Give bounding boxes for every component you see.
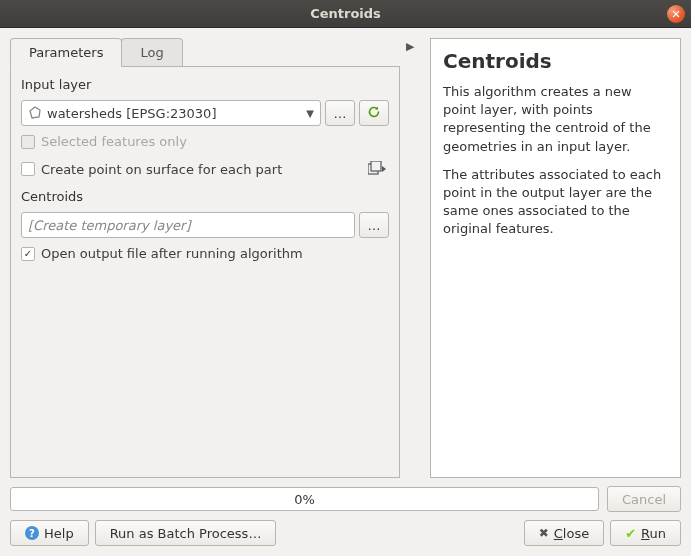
ellipsis-icon: … bbox=[334, 106, 347, 121]
button-row: ? Help Run as Batch Process… ✖ Close ✔ R… bbox=[10, 520, 681, 546]
tab-bar: Parameters Log bbox=[10, 38, 400, 67]
input-layer-browse-button[interactable]: … bbox=[325, 100, 355, 126]
left-pane: Parameters Log Input layer watersheds [E… bbox=[10, 38, 400, 478]
ellipsis-icon: … bbox=[368, 218, 381, 233]
cancel-button: Cancel bbox=[607, 486, 681, 512]
output-layer-input[interactable]: [Create temporary layer] bbox=[21, 212, 355, 238]
cancel-x-icon: ✖ bbox=[539, 526, 549, 540]
help-panel: Centroids This algorithm creates a new p… bbox=[430, 38, 681, 478]
parameters-panel: Input layer watersheds [EPSG:23030] ▼ … bbox=[10, 67, 400, 478]
help-icon: ? bbox=[25, 526, 39, 540]
close-button-label: Close bbox=[554, 526, 589, 541]
help-title: Centroids bbox=[443, 49, 668, 73]
window-title: Centroids bbox=[310, 6, 381, 21]
window-body: Parameters Log Input layer watersheds [E… bbox=[0, 28, 691, 556]
svg-marker-0 bbox=[30, 107, 40, 118]
open-after-label: Open output file after running algorithm bbox=[41, 246, 303, 261]
batch-button[interactable]: Run as Batch Process… bbox=[95, 520, 277, 546]
input-layer-combo[interactable]: watersheds [EPSG:23030] ▼ bbox=[21, 100, 321, 126]
check-icon: ✔ bbox=[625, 526, 636, 541]
progress-row: 0% Cancel bbox=[10, 486, 681, 512]
collapse-arrow-icon[interactable]: ▶ bbox=[406, 40, 414, 53]
selected-only-row: Selected features only bbox=[21, 134, 389, 149]
input-layer-reload-button[interactable] bbox=[359, 100, 389, 126]
polygon-layer-icon bbox=[28, 106, 42, 120]
tab-parameters[interactable]: Parameters bbox=[10, 38, 122, 67]
output-placeholder: [Create temporary layer] bbox=[28, 218, 191, 233]
main-row: Parameters Log Input layer watersheds [E… bbox=[10, 38, 681, 478]
progress-percent: 0% bbox=[294, 492, 315, 507]
selected-only-label: Selected features only bbox=[41, 134, 187, 149]
help-paragraph-1: This algorithm creates a new point layer… bbox=[443, 83, 668, 156]
close-button[interactable]: ✖ Close bbox=[524, 520, 604, 546]
create-point-checkbox[interactable] bbox=[21, 162, 35, 176]
collapse-gap: ▶ bbox=[408, 38, 422, 478]
iterate-button[interactable] bbox=[365, 157, 389, 181]
progress-bar: 0% bbox=[10, 487, 599, 511]
tab-log[interactable]: Log bbox=[121, 38, 182, 66]
close-icon: ✕ bbox=[671, 9, 680, 20]
output-label: Centroids bbox=[21, 189, 389, 204]
input-layer-label: Input layer bbox=[21, 77, 389, 92]
run-button[interactable]: ✔ Run bbox=[610, 520, 681, 546]
output-browse-button[interactable]: … bbox=[359, 212, 389, 238]
reload-icon bbox=[367, 105, 381, 122]
run-button-label: Run bbox=[641, 526, 666, 541]
window-close-button[interactable]: ✕ bbox=[667, 5, 685, 23]
create-point-label: Create point on surface for each part bbox=[41, 162, 282, 177]
input-layer-value: watersheds [EPSG:23030] bbox=[47, 106, 216, 121]
svg-rect-2 bbox=[371, 161, 381, 171]
help-button[interactable]: ? Help bbox=[10, 520, 89, 546]
help-paragraph-2: The attributes associated to each point … bbox=[443, 166, 668, 239]
chevron-down-icon: ▼ bbox=[306, 108, 314, 119]
selected-only-checkbox bbox=[21, 135, 35, 149]
open-after-checkbox[interactable] bbox=[21, 247, 35, 261]
help-button-label: Help bbox=[44, 526, 74, 541]
titlebar: Centroids ✕ bbox=[0, 0, 691, 28]
